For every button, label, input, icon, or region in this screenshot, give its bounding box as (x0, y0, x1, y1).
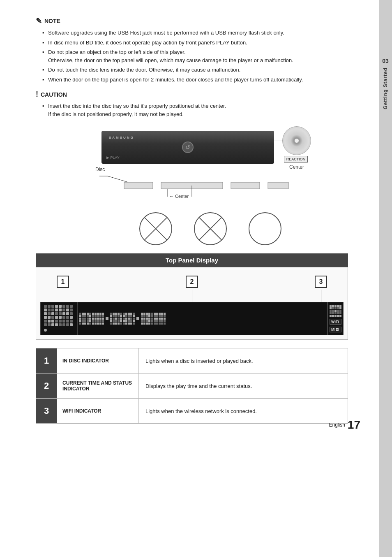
num-line-3 (321, 290, 321, 302)
disc-graphic (282, 126, 311, 155)
page-lang: English (329, 422, 345, 428)
num-box-2: 2 (186, 276, 198, 288)
num-box-1: 1 (57, 276, 69, 288)
digit-block-2 (92, 313, 104, 325)
center-label-top: Center (289, 164, 304, 170)
indicator-desc-1: Lights when a disc is inserted or played… (139, 348, 348, 373)
note-item-5: When the door on the top panel is open f… (42, 76, 360, 84)
note-item-1: Software upgrades using the USB Host jac… (42, 29, 360, 37)
dot-grid-1 (44, 305, 74, 326)
disc-center-hole (294, 138, 299, 143)
caution-icon: ! (36, 90, 38, 99)
svg-rect-2 (231, 182, 260, 189)
svg-line-4 (108, 176, 128, 182)
disc-arrow-group: REACTION Center (282, 126, 311, 170)
led-display-row: WiFi M!E! (40, 302, 344, 335)
indicator-name-2: CURRENT TIME AND STATUS INDICATOR (57, 374, 139, 398)
note-icon: ✎ (36, 16, 42, 26)
number-labels-row: 1 2 3 (40, 276, 344, 302)
indicator1-display (40, 302, 77, 335)
indicator3-display: WiFi M!E! (327, 302, 344, 335)
caution-section: ! CAUTION Insert the disc into the disc … (36, 90, 360, 118)
indicator-desc-3: Lights when the wireless network is conn… (139, 399, 348, 423)
num-line-1 (63, 290, 63, 302)
note-item-3: Do not place an object on the top or lef… (42, 48, 360, 64)
disc-bad-1 (139, 212, 172, 245)
disc-slot: ↺ (182, 142, 194, 153)
mute-label: M!E! (330, 327, 341, 332)
indicator-desc-2: Displays the play time and the current s… (139, 374, 348, 398)
disc-diagram: SAMSUNG ↺ ▶ PLAY REACTION (52, 126, 360, 245)
digit-block-4 (123, 313, 135, 325)
svg-text:←  Center: ← Center (169, 194, 189, 199)
indicator-name-3: WIFI INDICATOR (57, 399, 139, 423)
indicator-row-3: 3 WIFI INDICATOR Lights when the wireles… (36, 398, 348, 424)
note-list: Software upgrades using the USB Host jac… (36, 29, 360, 84)
num-line-2 (192, 290, 192, 302)
center-arrow-line (262, 141, 282, 141)
note-title: NOTE (44, 18, 60, 24)
page-number: 17 (348, 418, 360, 432)
note-header: ✎ NOTE (36, 16, 360, 26)
play-label: ▶ PLAY (106, 155, 120, 160)
caution-list: Insert the disc into the disc tray so th… (36, 102, 360, 118)
page-number-area: English 17 (329, 418, 360, 432)
colon-dot-top (106, 317, 108, 320)
disc-circles (128, 212, 293, 245)
digit-block-1 (79, 313, 91, 325)
num-col-3: 3 (315, 276, 327, 302)
tray-svg: ← Center (91, 174, 321, 199)
indicator1-dot (44, 329, 47, 332)
player-brand: SAMSUNG (109, 136, 134, 139)
wifi-label: WiFi (330, 319, 341, 325)
caution-header: ! CAUTION (36, 90, 360, 99)
num-col-1: 1 (57, 276, 69, 302)
digit-block-5 (141, 313, 153, 325)
indicator-name-1: IN DISC INDICATOR (57, 348, 139, 373)
panel-diagram: 1 2 3 (36, 267, 348, 340)
top-panel-section: Top Panel Display 1 2 3 (36, 253, 360, 424)
indicator-row-1: 1 IN DISC INDICATOR Lights when a disc i… (36, 348, 348, 374)
note-item-2: In disc menu of BD title, it does not op… (42, 39, 360, 47)
num-box-3: 3 (315, 276, 327, 288)
top-panel-header: Top Panel Display (36, 253, 348, 267)
note-item-4: Do not touch the disc lens inside the do… (42, 66, 360, 74)
wifi-dot-grid (330, 305, 341, 317)
svg-rect-0 (124, 182, 153, 189)
disc-label: Disc (95, 167, 105, 172)
colon-dot-2 (136, 317, 139, 320)
player-image: SAMSUNG ↺ ▶ PLAY (101, 131, 274, 164)
digit-block-3 (110, 313, 122, 325)
caution-item-1: Insert the disc into the disc tray so th… (42, 102, 360, 118)
disc-good (249, 212, 281, 245)
note-section: ✎ NOTE Software upgrades using the USB H… (36, 16, 360, 84)
svg-rect-3 (268, 182, 288, 189)
indicators-table: 1 IN DISC INDICATOR Lights when a disc i… (36, 348, 348, 424)
indicator-num-2: 2 (36, 374, 57, 398)
disc-bad-2 (194, 212, 227, 245)
indicator-row-2: 2 CURRENT TIME AND STATUS INDICATOR Disp… (36, 373, 348, 399)
caution-title: CAUTION (41, 91, 67, 98)
chapter-number: 03 (382, 58, 389, 64)
indicator-num-3: 3 (36, 399, 57, 423)
indicator-num-1: 1 (36, 348, 57, 373)
reaction-label: REACTION (284, 156, 308, 162)
digit-block-6 (154, 313, 166, 325)
chapter-title: Getting Started (383, 67, 388, 109)
num-col-2: 2 (186, 276, 198, 302)
indicator2-display (77, 302, 327, 335)
